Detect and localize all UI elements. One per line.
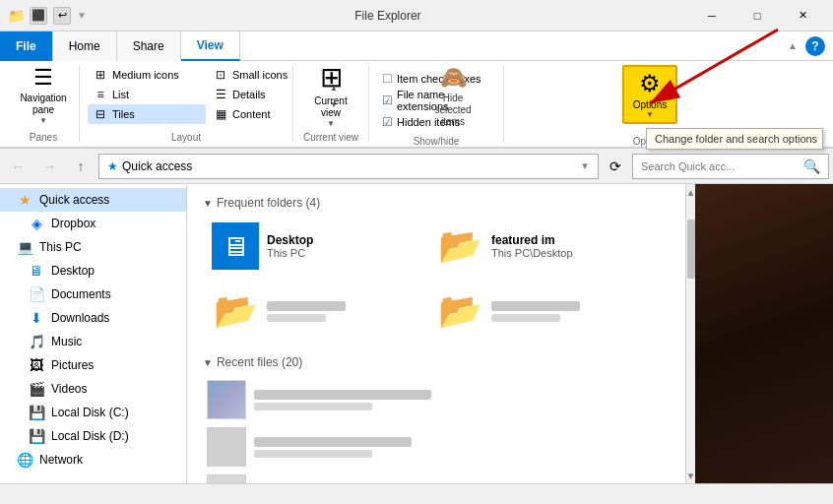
dropdown-arrow-title[interactable]: ▼ [77,10,87,21]
minimize-button[interactable]: ─ [689,0,735,32]
current-view-label: Currentview [314,95,347,119]
current-view-content: ⊞ Currentview ▼ [301,65,360,128]
photo-panel [695,184,833,483]
up-button[interactable]: ↑ [67,153,95,180]
address-bar[interactable]: ★ Quick access ▼ [98,154,599,179]
back-button[interactable]: ← [4,153,32,180]
close-button[interactable]: ✕ [780,0,825,32]
frequent-folders-chevron: ▼ [203,198,213,209]
quick-access-icon: ★ [16,191,33,209]
folder-blurred-1-name-bar [267,301,346,311]
sidebar-item-documents[interactable]: 📄 Documents [0,283,186,306]
nav-pane-icon: ☰ [28,65,59,91]
ribbon: File Home Share View ▲ ? ☰ Navigationpan… [0,32,833,149]
navigation-pane-button[interactable]: ☰ Navigationpane ▼ [16,65,71,124]
sidebar-item-downloads[interactable]: ⬇ Downloads [0,306,186,330]
folder-item-desktop[interactable]: 🖥 Desktop This PC [203,218,419,275]
scroll-up-btn[interactable]: ▲ [686,184,696,200]
current-view-icon: ⊞ [320,61,343,94]
sidebar-item-pictures[interactable]: 🖼 Pictures [0,353,186,377]
pictures-icon: 🖼 [28,356,45,374]
list-button[interactable]: ≡ List [88,85,206,104]
options-content: ⚙ Options ▼ [622,65,677,132]
folder-item-featured[interactable]: 📂 featured im This PC\Desktop [427,218,644,275]
search-bar[interactable]: 🔍 [632,154,829,179]
frequent-folders-header[interactable]: ▼ Frequent folders (4) [203,196,670,210]
ribbon-group-layout: ⊞ Medium icons ≡ List ⊟ Tiles [80,65,293,143]
recent-file-1-meta [254,403,372,410]
sidebar-item-this-pc[interactable]: 💻 This PC [0,235,186,259]
sidebar-item-network[interactable]: 🌐 Network [0,448,186,472]
tiles-button[interactable]: ⊟ Tiles [88,104,206,124]
sidebar-item-local-disk-d[interactable]: 💾 Local Disk (D:) [0,424,186,448]
small-icons-label: Small icons [232,69,288,81]
ribbon-group-panes: ☰ Navigationpane ▼ Panes [8,65,80,143]
forward-button[interactable]: → [35,153,63,180]
search-icon[interactable]: 🔍 [803,158,820,174]
nav-bar: ← → ↑ ★ Quick access ▼ ⟳ 🔍 [0,149,833,184]
folder-item-blurred-2[interactable]: 📂 [427,283,644,340]
recent-files-header[interactable]: ▼ Recent files (20) [203,355,670,369]
panes-content: ☰ Navigationpane ▼ [16,65,71,128]
list-icon: ≡ [93,87,108,102]
address-bar-star-icon: ★ [107,159,118,173]
undo-icon[interactable]: ↩ [53,7,71,25]
music-icon: 🎵 [28,333,45,350]
refresh-button[interactable]: ⟳ [603,154,628,179]
folder-desktop-path: This PC [267,247,313,259]
tab-file[interactable]: File [0,32,53,61]
folder-featured-icon: 📂 [436,222,483,270]
sidebar-item-music[interactable]: 🎵 Music [0,330,186,353]
ribbon-content: ☰ Navigationpane ▼ Panes ⊞ Medium icons [0,61,833,148]
nav-pane-dropdown-arrow: ▼ [39,116,47,125]
options-button[interactable]: ⚙ Options ▼ [622,65,677,124]
folder-item-blurred-1[interactable]: 📂 [203,283,419,340]
main-area: ★ Quick access ◈ Dropbox 💻 This PC 🖥 Des… [0,184,833,483]
sidebar-item-quick-access[interactable]: ★ Quick access [0,188,186,212]
tiles-label: Tiles [112,108,135,120]
sidebar-item-videos[interactable]: 🎬 Videos [0,377,186,401]
hide-selected-icon: 🙈 [440,65,467,91]
tooltip-change-folder: Change folder and search options [646,128,823,150]
folder-featured-path: This PC\Desktop [491,247,573,259]
folder-blurred-2-name-bar [491,301,580,311]
medium-icons-button[interactable]: ⊞ Medium icons [88,65,206,85]
scrollbar-thumb[interactable] [687,220,695,279]
maximize-button[interactable]: □ [735,0,780,32]
layout-group-label: Layout [171,128,201,143]
folder-blurred-1-path-bar [267,314,326,322]
collapse-ribbon-btn[interactable]: ▲ [788,40,798,51]
scroll-down-btn[interactable]: ▼ [686,468,696,483]
recent-file-1-info [254,390,666,410]
tab-home[interactable]: Home [53,32,117,61]
options-icon: ⚙ [634,70,666,97]
ribbon-tabs: File Home Share View ▲ ? [0,32,833,61]
details-icon: ☰ [213,87,228,102]
ribbon-group-current-view: ⊞ Currentview ▼ Current view [293,65,369,143]
current-view-button[interactable]: ⊞ Currentview ▼ [301,65,360,124]
sidebar-item-desktop[interactable]: 🖥 Desktop [0,259,186,283]
recent-file-2-meta [254,450,372,458]
scrollbar[interactable]: ▲ ▼ [685,184,695,483]
help-button[interactable]: ? [805,36,825,56]
recent-files-title: Recent files (20) [217,355,302,369]
tab-share[interactable]: Share [117,32,181,61]
file-name-extensions-checkbox: ☑ [382,94,393,107]
recent-file-3[interactable] [203,472,670,483]
address-dropdown-icon[interactable]: ▼ [580,160,590,171]
search-input[interactable] [641,160,800,172]
medium-icons-icon: ⊞ [93,67,108,83]
content-icon: ▦ [213,106,228,122]
folder-desktop-icon: 🖥 [212,222,259,270]
recent-file-1[interactable] [203,377,670,422]
quick-save-icon[interactable]: ⬛ [30,7,47,25]
recent-file-2[interactable] [203,424,670,470]
sidebar-item-dropbox[interactable]: ◈ Dropbox [0,212,186,235]
tab-view[interactable]: View [181,32,240,61]
this-pc-icon: 💻 [16,238,33,256]
title-bar-quick-access: 📁 ⬛ ↩ ▼ [8,7,87,25]
local-disk-c-icon: 💾 [28,404,45,421]
status-bar [0,483,833,504]
sidebar-item-local-disk-c[interactable]: 💾 Local Disk (C:) [0,401,186,424]
panes-group-label: Panes [30,128,57,143]
